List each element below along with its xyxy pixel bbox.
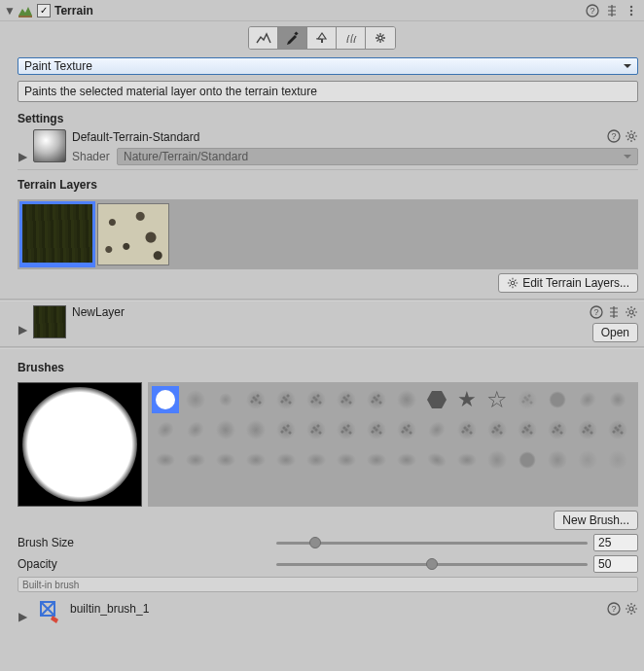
tool-paint-details[interactable] — [337, 27, 366, 49]
brush-24[interactable] — [393, 416, 420, 443]
selected-layer-thumb-icon[interactable] — [33, 305, 66, 338]
brushes-heading: Brushes — [0, 353, 644, 378]
brush-8[interactable] — [393, 386, 420, 413]
brush-46[interactable] — [574, 446, 601, 474]
brush-9[interactable] — [423, 386, 450, 413]
selected-layer-row: ▶ NewLayer ? Open — [18, 305, 638, 342]
brush-40[interactable] — [393, 446, 420, 474]
brush-1[interactable] — [182, 386, 209, 413]
brush-grid: ★ ☆ — [148, 382, 638, 507]
paint-mode-value: Paint Texture — [24, 59, 92, 73]
terrain-component-icon — [18, 3, 33, 18]
layer-gear-icon[interactable] — [625, 305, 638, 319]
svg-point-19 — [629, 607, 633, 611]
component-enabled-checkbox[interactable]: ✓ — [37, 4, 51, 18]
brush-33[interactable] — [182, 446, 209, 474]
brush-preview — [18, 382, 142, 507]
brush-0[interactable] — [152, 386, 179, 413]
shader-label: Shader — [72, 150, 111, 163]
help-icon[interactable]: ? — [586, 4, 599, 18]
menu-icon[interactable] — [625, 4, 638, 18]
svg-text:?: ? — [611, 131, 616, 141]
brush-17[interactable] — [182, 416, 209, 443]
builtin-foldout[interactable]: ▶ — [18, 610, 27, 625]
svg-point-4 — [630, 5, 632, 7]
brush-7[interactable] — [363, 386, 390, 413]
brush-42[interactable] — [453, 446, 481, 474]
material-help-icon[interactable]: ? — [607, 129, 621, 143]
terrain-layer-1[interactable] — [97, 203, 169, 265]
svg-marker-0 — [18, 7, 32, 16]
tool-paint-texture[interactable] — [278, 27, 307, 49]
tool-settings[interactable] — [366, 27, 395, 49]
brush-20[interactable] — [272, 416, 300, 443]
opacity-slider[interactable] — [276, 555, 588, 573]
brush-21[interactable] — [303, 416, 330, 443]
brush-23[interactable] — [363, 416, 390, 443]
new-brush-button[interactable]: New Brush... — [554, 511, 638, 530]
svg-point-12 — [629, 134, 633, 138]
brush-22[interactable] — [333, 416, 360, 443]
brush-29[interactable] — [544, 416, 571, 443]
brush-39[interactable] — [363, 446, 390, 474]
brush-43[interactable] — [483, 446, 511, 474]
tool-paint-trees[interactable] — [307, 27, 337, 49]
brush-25[interactable] — [423, 416, 450, 443]
brush-37[interactable] — [303, 446, 330, 474]
builtin-gear-icon[interactable] — [625, 602, 638, 616]
brush-26[interactable] — [453, 416, 481, 443]
brush-35[interactable] — [242, 446, 269, 474]
layer-preset-icon[interactable] — [607, 305, 621, 319]
brush-44[interactable] — [514, 446, 541, 474]
brush-36[interactable] — [272, 446, 300, 474]
brush-28[interactable] — [514, 416, 541, 443]
shader-dropdown[interactable]: Nature/Terrain/Standard — [117, 148, 638, 165]
material-name: Default-Terrain-Standard — [72, 129, 638, 145]
material-foldout[interactable]: ▶ — [18, 150, 27, 165]
brush-13[interactable] — [544, 386, 571, 413]
brush-32[interactable] — [152, 446, 179, 474]
component-title: Terrain — [54, 4, 582, 18]
builtin-brush-name: builtin_brush_1 — [70, 598, 638, 616]
brush-size-slider[interactable] — [276, 534, 588, 551]
brush-19[interactable] — [242, 416, 269, 443]
opacity-field[interactable]: 50 — [593, 555, 638, 573]
component-foldout[interactable]: ▼ — [4, 4, 14, 18]
edit-terrain-layers-button[interactable]: Edit Terrain Layers... — [498, 273, 638, 293]
paint-mode-hint: Paints the selected material layer onto … — [18, 81, 638, 102]
brush-47[interactable] — [604, 446, 631, 474]
layer-foldout[interactable]: ▶ — [18, 323, 27, 338]
brush-2[interactable] — [212, 386, 239, 413]
builtin-brush-row: ▶ builtin_brush_1 ? — [18, 598, 638, 629]
brush-11[interactable]: ☆ — [483, 386, 511, 413]
brush-5[interactable] — [303, 386, 330, 413]
brush-10[interactable]: ★ — [453, 386, 481, 413]
settings-heading: Settings — [0, 104, 644, 129]
brush-15[interactable] — [604, 386, 631, 413]
material-preview-icon[interactable] — [33, 129, 66, 162]
builtin-help-icon[interactable]: ? — [607, 602, 621, 616]
brush-16[interactable] — [152, 416, 179, 443]
material-gear-icon[interactable] — [625, 129, 638, 143]
brush-41[interactable] — [423, 446, 450, 474]
edit-terrain-layers-label: Edit Terrain Layers... — [522, 276, 629, 290]
brush-38[interactable] — [333, 446, 360, 474]
layer-help-icon[interactable]: ? — [590, 305, 603, 319]
brush-34[interactable] — [212, 446, 239, 474]
paint-mode-dropdown[interactable]: Paint Texture — [18, 57, 638, 75]
brush-30[interactable] — [574, 416, 601, 443]
open-layer-button[interactable]: Open — [592, 323, 638, 342]
brush-45[interactable] — [544, 446, 571, 474]
brush-31[interactable] — [604, 416, 631, 443]
brush-6[interactable] — [333, 386, 360, 413]
brush-27[interactable] — [483, 416, 511, 443]
tool-raise-lower[interactable] — [249, 27, 278, 49]
brush-14[interactable] — [574, 386, 601, 413]
brush-size-field[interactable]: 25 — [593, 534, 638, 551]
brush-18[interactable] — [212, 416, 239, 443]
brush-4[interactable] — [272, 386, 300, 413]
brush-3[interactable] — [242, 386, 269, 413]
preset-icon[interactable] — [605, 4, 619, 18]
terrain-layer-0[interactable] — [21, 203, 93, 265]
brush-12[interactable] — [514, 386, 541, 413]
